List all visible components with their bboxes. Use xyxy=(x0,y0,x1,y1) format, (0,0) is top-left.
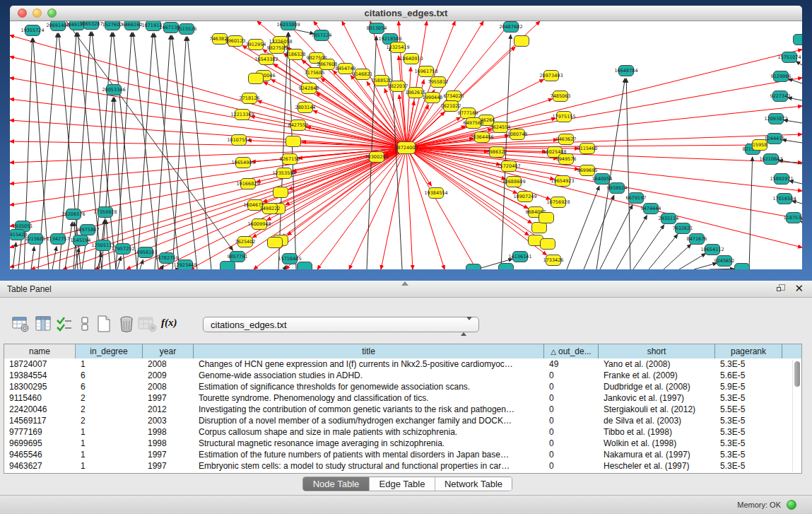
graph-node[interactable] xyxy=(532,223,547,233)
table-cell[interactable]: 0 xyxy=(544,460,599,472)
table-cell[interactable]: Tourette syndrome. Phenomenology and cla… xyxy=(194,392,544,404)
table-cell[interactable]: 2012 xyxy=(143,404,194,415)
graph-edge[interactable] xyxy=(616,216,647,269)
table-cell[interactable]: 19384554 xyxy=(4,370,76,381)
graph-edge[interactable] xyxy=(664,244,691,269)
table-cell[interactable]: 1997 xyxy=(143,449,194,460)
table-cell[interactable]: 1 xyxy=(76,358,143,370)
tab-network-table[interactable]: Network Table xyxy=(435,477,512,491)
graph-node[interactable] xyxy=(794,35,803,45)
delete-column-button[interactable] xyxy=(117,315,136,333)
table-cell[interactable]: 2009 xyxy=(143,370,194,381)
table-cell[interactable]: Franke et al. (2009) xyxy=(599,370,715,381)
table-cell[interactable]: 0 xyxy=(544,415,599,426)
table-cell[interactable]: 0 xyxy=(544,392,599,404)
table-cell[interactable]: Changes of HCN gene expression and I(f) … xyxy=(194,358,544,370)
graph-node[interactable] xyxy=(514,36,529,47)
graph-edge[interactable] xyxy=(116,33,131,269)
network-canvas[interactable]: 1872400719355724206914062049174010653287… xyxy=(10,21,802,269)
graph-edge[interactable] xyxy=(567,186,599,269)
table-cell[interactable]: Stergiakouli et al. (2012) xyxy=(599,404,715,415)
close-panel-button[interactable]: ✕ xyxy=(794,282,804,295)
network-window-titlebar[interactable]: citations_edges.txt xyxy=(10,6,802,21)
table-cell[interactable]: Structural magnetic resonance image aver… xyxy=(194,438,544,449)
column-header-in_degree[interactable]: in_degree xyxy=(76,344,143,358)
graph-edge[interactable] xyxy=(75,248,79,269)
graph-edge[interactable] xyxy=(406,148,802,247)
table-cell[interactable]: 2008 xyxy=(143,381,194,392)
graph-edge[interactable] xyxy=(10,148,406,205)
row-height-button[interactable] xyxy=(76,315,95,333)
table-cell[interactable]: 1 xyxy=(76,449,143,460)
column-header-out_de[interactable]: △out_de... xyxy=(544,344,599,358)
graph-edge[interactable] xyxy=(796,62,802,65)
table-select-dropdown[interactable]: citations_edges.txt xyxy=(203,317,479,332)
table-cell[interactable]: 5.3E-5 xyxy=(715,460,782,472)
function-builder-button[interactable]: f(x) xyxy=(161,316,180,334)
graph-edge[interactable] xyxy=(52,247,57,269)
table-cell[interactable]: Dudbridge et al. (2008) xyxy=(599,381,715,392)
graph-edge[interactable] xyxy=(31,247,34,269)
table-cell[interactable]: 9463627 xyxy=(4,460,76,472)
table-cell[interactable]: 9777169 xyxy=(4,426,76,438)
table-cell[interactable]: Nakamura et al. (1997) xyxy=(599,449,715,460)
memory-status-indicator[interactable] xyxy=(787,500,796,510)
table-cell[interactable]: 18724007 xyxy=(4,358,76,370)
graph-edge[interactable] xyxy=(190,148,406,269)
table-cell[interactable]: Jankovic et al. (1997) xyxy=(599,392,715,404)
network-graph[interactable]: 1872400719355724206914062049174010653287… xyxy=(10,21,802,269)
table-row[interactable]: 1872400712008Changes of HCN gene express… xyxy=(4,358,801,370)
table-cell[interactable]: 2 xyxy=(76,392,143,404)
table-cell[interactable]: 5.3E-5 xyxy=(715,358,782,370)
table-cell[interactable]: 1997 xyxy=(143,460,194,472)
table-row[interactable]: 911546021997Tourette syndrome. Phenomeno… xyxy=(4,392,801,404)
graph-edge[interactable] xyxy=(10,99,406,148)
show-columns-button[interactable] xyxy=(34,315,52,333)
graph-node[interactable] xyxy=(735,264,750,270)
table-cell[interactable]: 5.3E-5 xyxy=(715,438,782,449)
graph-edge[interactable] xyxy=(406,148,476,269)
table-row[interactable]: 946554611997Estimation of the future num… xyxy=(4,449,801,460)
graph-node[interactable] xyxy=(273,187,288,198)
graph-node[interactable] xyxy=(286,136,301,147)
table-row[interactable]: 2242004622012Investigating the contribut… xyxy=(4,404,801,415)
graph-edge[interactable] xyxy=(137,33,153,269)
table-cell[interactable]: 9465546 xyxy=(4,449,76,460)
table-row[interactable]: 1938455462009Genome-wide association stu… xyxy=(4,370,801,381)
select-columns-button[interactable] xyxy=(55,315,73,333)
table-cell[interactable]: 5.3E-5 xyxy=(715,449,782,460)
table-cell[interactable]: 1 xyxy=(76,426,143,438)
table-cell[interactable]: Wolkin et al. (1998) xyxy=(599,438,715,449)
table-vertical-scrollbar[interactable] xyxy=(792,360,800,472)
graph-edge[interactable] xyxy=(406,49,802,148)
graph-edge[interactable] xyxy=(584,195,614,269)
table-cell[interactable]: 1 xyxy=(76,438,143,449)
graph-edge[interactable] xyxy=(782,140,802,143)
graph-edge[interactable] xyxy=(710,269,734,269)
table-cell[interactable]: 18300295 xyxy=(4,381,76,392)
table-cell[interactable]: 2008 xyxy=(143,358,194,370)
graph-edge[interactable] xyxy=(649,234,678,269)
table-row[interactable]: 1456911722003Disruption of a novel membe… xyxy=(4,415,801,426)
graph-edge[interactable] xyxy=(10,148,406,247)
graph-edge[interactable] xyxy=(31,148,406,269)
graph-edge[interactable] xyxy=(133,33,158,269)
table-cell[interactable]: 9699695 xyxy=(4,438,76,449)
graph-edge[interactable] xyxy=(140,259,143,269)
table-row[interactable]: 977716911998Corpus callosum shape and si… xyxy=(4,426,801,438)
table-cell[interactable]: 5.5E-5 xyxy=(715,404,782,415)
table-cell[interactable]: Tibbo et al. (1998) xyxy=(599,426,715,438)
table-cell[interactable]: Estimation of significance thresholds fo… xyxy=(194,381,544,392)
table-cell[interactable]: 0 xyxy=(544,449,599,460)
table-cell[interactable]: 1998 xyxy=(143,426,194,438)
table-cell[interactable]: Yano et al. (2008) xyxy=(599,358,715,370)
table-cell[interactable]: Investigating the contribution of common… xyxy=(194,404,544,415)
table-cell[interactable]: 0 xyxy=(544,404,599,415)
table-cell[interactable]: Genome-wide association studies in ADHD. xyxy=(194,370,544,381)
create-column-button[interactable] xyxy=(95,315,113,333)
table-cell[interactable]: 14569117 xyxy=(4,415,76,426)
table-cell[interactable]: 5.3E-5 xyxy=(715,426,782,438)
graph-node[interactable] xyxy=(268,238,283,248)
tab-edge-table[interactable]: Edge Table xyxy=(369,477,435,491)
column-header-year[interactable]: year xyxy=(143,344,194,358)
